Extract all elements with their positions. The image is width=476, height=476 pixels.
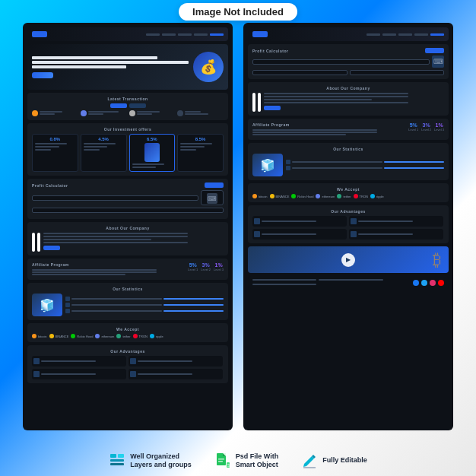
calc-icon: ⌨ [207,193,217,204]
right-accept-ripple: ripple [370,194,384,198]
tether-dot [116,334,121,338]
right-about-title: About Our Company [252,86,444,90]
right-profit-header: Profit Calculator [252,48,444,53]
tron-label: TRON [139,335,148,338]
hero-title-lines [32,56,189,68]
txn-bitcoin-lines [40,111,78,116]
bitcoin-icon [32,110,38,116]
calc-input-2[interactable] [32,208,224,213]
accept-tron: TRON [133,334,148,338]
right-logo [252,31,268,37]
right-calc-input-2[interactable] [252,70,347,75]
statistics-content: 🧊 [32,294,224,316]
stat-line-3 [71,310,162,312]
advantages-grid [32,356,224,379]
at-2 [43,236,188,237]
right-calc-input-3[interactable] [350,70,445,75]
adv-returns-icon [130,371,136,377]
rstat-val-2 [384,167,444,169]
right-level-1-label: Level 1 [408,128,418,132]
txn-other-lines [185,111,224,116]
right-robinhood-label: Robin Hood [297,195,313,198]
right-tron-label: TRON [360,195,368,198]
about-section: About Our Company [27,222,228,255]
svg-rect-7 [218,459,224,460]
svg-rect-1 [110,459,124,462]
invest-card-3: 6.5% [129,134,176,172]
withdraw-button[interactable] [129,103,146,108]
right-affiliate-section: Affiliate Program 5% Level 1 3% Level 2 [248,119,449,140]
calc-input-1[interactable] [32,195,198,201]
right-binance-label: BINANCE [276,195,290,198]
right-level-2-pct: 3% [421,122,431,128]
il-3 [35,149,51,151]
right-we-accept-title: We Accept [252,187,444,192]
hero-cta-button[interactable] [32,72,53,78]
eth-dot [95,334,100,338]
hero-line-3 [32,65,126,68]
eth-icon [81,110,87,116]
adv-fast-label [138,360,192,362]
invest-card-1: 0.8% [32,134,78,172]
r-nav-dot-4 [414,33,428,36]
right-level-1-pct: 5% [408,122,418,128]
advantages-title: Our Advantages [32,349,224,354]
right-accept-bitcoin: bitcoin [252,194,268,198]
facebook-icon[interactable] [413,280,419,286]
ltc-icon [129,110,135,116]
right-about-btn[interactable] [264,106,281,110]
right-level-2: 3% Level 2 [421,122,431,132]
il4-3 [180,149,196,151]
right-footer [248,276,449,289]
right-binance-dot [270,194,274,198]
left-header [27,27,228,41]
right-tron-dot [354,194,358,198]
latest-transaction-section: Latest Transaction [27,93,228,120]
investment-section: Our Investment offers 0.8% 4.5% [27,123,228,176]
raff-2 [252,132,377,133]
radv-icon-2 [351,218,357,224]
level-2-label: Level 2 [201,268,211,271]
stat-row-1 [65,297,224,301]
rstat-icon-1 [286,160,290,164]
about-read-more-btn[interactable] [43,246,60,250]
right-eth-dot [316,194,320,198]
about-card-1 [32,233,35,252]
bitcoin-dot [32,334,36,338]
instagram-icon[interactable] [430,280,436,286]
nav-dot-2 [162,33,176,36]
rat-1 [264,93,408,94]
stat-row-3 [65,309,224,313]
adv-fast-icon [130,358,136,364]
transaction-buttons [32,103,224,108]
right-affiliate-levels: 5% Level 1 3% Level 2 1% Level 3 [408,122,444,132]
stat-val-2 [163,304,224,306]
twitter-icon[interactable] [421,280,427,286]
statistics-section: Our Statistics 🧊 [27,283,228,320]
raff-1 [252,129,377,131]
youtube-icon[interactable] [438,280,444,286]
advantages-section: Our Advantages [27,345,228,383]
r-nav-dot-2 [382,33,396,36]
invest-pct-2: 4.5% [84,137,124,141]
right-profit-btn[interactable] [425,48,444,53]
hero-text [32,56,189,78]
right-accept-binance: BINANCE [270,194,290,198]
deposit-button[interactable] [110,103,127,108]
play-button[interactable]: ▶ [341,253,355,267]
r-nav-dot-1 [367,33,380,36]
video-section[interactable]: ▶ ₿ [248,246,449,273]
profit-calc-button[interactable] [205,182,224,188]
calc-row-1: ⌨ [32,190,224,205]
radv-2 [349,216,443,227]
investment-title: Our Investment offers [32,127,224,132]
level-1-pct: 5% [188,262,198,268]
stat-icon-3 [65,309,70,313]
right-affiliate-content: Affiliate Program 5% Level 1 3% Level 2 [252,122,444,136]
rstat-icon-2 [286,166,290,170]
right-calc-inputs [252,70,444,75]
binance-dot [49,334,54,338]
right-level-2-label: Level 2 [421,128,431,132]
other-icon [177,110,183,116]
right-calc-input-1[interactable] [252,59,430,65]
